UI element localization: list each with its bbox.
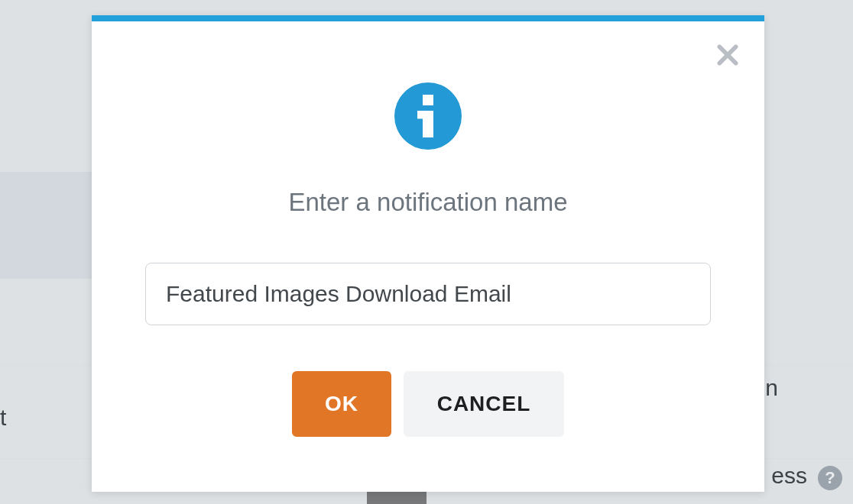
- bg-text-fragment-left: t: [0, 405, 6, 431]
- ok-button[interactable]: OK: [292, 371, 391, 437]
- svg-rect-2: [423, 95, 433, 105]
- help-icon[interactable]: ?: [818, 466, 842, 490]
- dialog-button-row: OK CANCEL: [292, 371, 564, 437]
- close-button[interactable]: [712, 40, 743, 70]
- info-icon: [394, 82, 462, 150]
- notification-name-input[interactable]: [145, 263, 711, 325]
- cancel-button[interactable]: CANCEL: [404, 371, 564, 437]
- prompt-text: Enter a notification name: [288, 188, 567, 217]
- bg-text-fragment-bottom: ess: [771, 463, 807, 489]
- bg-text-fragment-right: n: [765, 375, 778, 401]
- bg-thumbnail-fragment: [367, 492, 426, 504]
- svg-rect-4: [423, 111, 433, 137]
- close-icon: [715, 43, 740, 67]
- notification-name-dialog: Enter a notification name OK CANCEL: [92, 15, 764, 492]
